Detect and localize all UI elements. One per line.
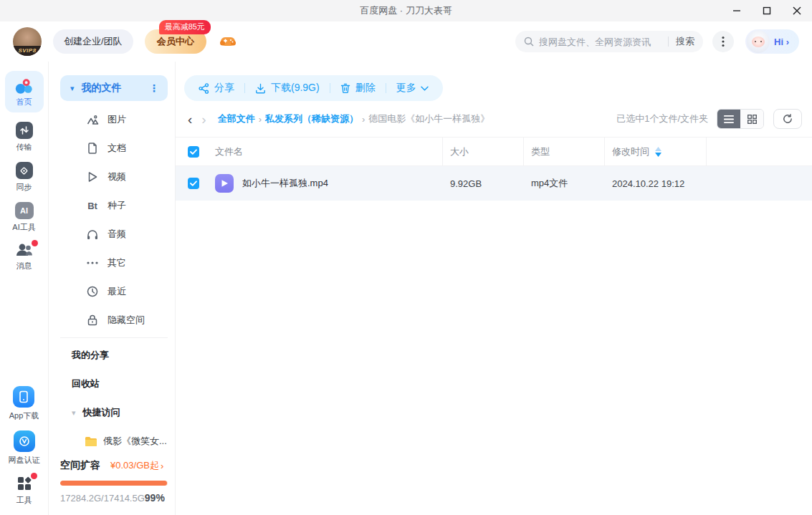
nav-forward-button[interactable]: ›: [201, 112, 206, 126]
more-actions-button[interactable]: 更多: [396, 82, 429, 95]
view-toggle: [717, 109, 764, 129]
file-name-cell[interactable]: 如小牛一样孤独.mp4: [203, 174, 443, 193]
refresh-button[interactable]: [773, 109, 802, 129]
grid-view-icon: [747, 115, 757, 124]
headphones-icon: [85, 229, 100, 240]
delete-button[interactable]: 删除: [340, 82, 376, 95]
maximize-button[interactable]: [752, 0, 782, 21]
rail-item-tools[interactable]: 工具: [16, 475, 33, 506]
sidebar-item-others[interactable]: 其它: [60, 249, 168, 277]
breadcrumb-current: 德国电影《如小牛一样孤独》: [368, 112, 489, 125]
my-files-menu-icon[interactable]: ⋮: [149, 82, 159, 94]
folder-icon: [85, 436, 97, 447]
sidebar-item-hidden-space[interactable]: 隐藏空间: [60, 306, 168, 334]
rail-label-messages: 消息: [16, 261, 32, 271]
rail-item-app-download[interactable]: App下载: [9, 386, 39, 421]
select-all-checkbox[interactable]: [188, 146, 199, 158]
sidebar-item-my-files[interactable]: ▾ 我的文件 ⋮: [60, 75, 168, 101]
close-icon: [793, 6, 801, 15]
check-icon: [190, 181, 197, 186]
search-icon: [524, 37, 534, 47]
rail-item-home[interactable]: 首页: [5, 71, 44, 112]
action-toolbar: 分享 下载(9.9G) 删除: [184, 75, 443, 101]
app-download-icon: [13, 386, 34, 408]
minimize-button[interactable]: [722, 0, 752, 21]
maximize-icon: [763, 6, 771, 15]
sidebar-item-my-shares[interactable]: 我的分享: [60, 341, 168, 370]
my-files-label: 我的文件: [82, 82, 149, 95]
games-button[interactable]: [219, 34, 237, 49]
user-avatar: [747, 30, 770, 53]
sidebar-item-quick-folder[interactable]: 俄影《微笑女...: [60, 427, 168, 456]
vertical-dots-icon: [722, 36, 725, 47]
create-team-button[interactable]: 创建企业/团队: [53, 29, 133, 54]
category-list: 图片 文档 视频 Bt 种子: [60, 105, 168, 334]
space-expand-button[interactable]: 空间扩容 ¥0.03/GB起 ›: [60, 459, 168, 472]
bt-icon: Bt: [85, 201, 100, 211]
breadcrumb-series-folder[interactable]: 私发系列（稀缺资源）: [265, 112, 358, 125]
rail-item-ai-tools[interactable]: AI AI工具: [12, 202, 35, 233]
breadcrumb-separator: ›: [259, 114, 262, 125]
video-file-icon: [215, 174, 234, 193]
rail-item-transfer[interactable]: 传输: [16, 122, 33, 153]
grid-view-button[interactable]: [740, 110, 763, 128]
nav-back-button[interactable]: ‹: [188, 112, 192, 126]
share-button[interactable]: 分享: [199, 82, 234, 95]
video-play-icon: [85, 171, 100, 183]
selection-status: 已选中1个文件/文件夹: [616, 112, 708, 125]
baidu-netdisk-window: 百度网盘 · 刀刀大表哥 SVIP8 创建企业/团队 会员中心 最高减85元: [0, 0, 812, 515]
rail-item-cert[interactable]: 网盘认证: [9, 430, 40, 466]
play-icon: [221, 179, 229, 188]
rail-item-messages[interactable]: 消息: [15, 242, 34, 271]
column-header-filename[interactable]: 文件名: [203, 138, 443, 165]
sort-toggle[interactable]: [655, 147, 661, 157]
vip-center-button[interactable]: 会员中心 最高减85元: [145, 29, 206, 54]
vip-center-label: 会员中心: [157, 36, 194, 47]
sidebar-item-torrents[interactable]: Bt 种子: [60, 191, 168, 220]
row-checkbox[interactable]: [188, 178, 199, 189]
sidebar-item-audio[interactable]: 音频: [60, 220, 168, 249]
tools-notification-dot: [31, 473, 37, 479]
app-body: 首页 传输 同步 AI AI工具: [0, 62, 812, 515]
download-button[interactable]: 下载(9.9G): [255, 82, 320, 95]
search-button[interactable]: 搜索: [676, 35, 694, 48]
sort-down-icon: [655, 153, 661, 157]
sidebar-item-pictures[interactable]: 图片: [60, 105, 168, 134]
user-profile-button[interactable]: Hi ›: [745, 29, 799, 54]
trash-icon: [340, 83, 350, 94]
table-header: 文件名 大小 类型 修改时间: [176, 137, 812, 166]
left-rail: 首页 传输 同步 AI AI工具: [0, 62, 49, 515]
chevron-down-icon: [421, 86, 429, 91]
more-menu-button[interactable]: [712, 31, 734, 52]
window-title: 百度网盘 · 刀刀大表哥: [0, 4, 812, 17]
rail-item-sync[interactable]: 同步: [16, 162, 33, 193]
list-view-icon: [724, 115, 734, 123]
column-header-type[interactable]: 类型: [524, 138, 605, 165]
breadcrumb-row: ‹ › 全部文件 › 私发系列（稀缺资源） › 德国电影《如小牛一样孤独》 已选…: [176, 101, 812, 137]
breadcrumb-all-files[interactable]: 全部文件: [218, 112, 255, 125]
ai-tools-icon: AI: [15, 202, 34, 219]
sidebar-item-recycle-bin[interactable]: 回收站: [60, 370, 168, 398]
column-header-modified[interactable]: 修改时间: [605, 138, 707, 165]
transfer-icon: [16, 122, 33, 139]
table-row[interactable]: 如小牛一样孤独.mp4 9.92GB mp4文件 2024.10.22 19:1…: [176, 166, 812, 201]
close-button[interactable]: [782, 0, 812, 21]
picture-icon: [85, 115, 100, 125]
breadcrumb-separator: ›: [362, 114, 365, 125]
caret-down-icon: ▾: [70, 84, 75, 93]
sidebar-item-videos[interactable]: 视频: [60, 163, 168, 191]
storage-usage: 17284.2G/17414.5G99%: [60, 492, 168, 504]
sidebar: ▾ 我的文件 ⋮ 图片 文档: [49, 62, 176, 515]
search-input[interactable]: [539, 37, 661, 47]
column-header-size[interactable]: 大小: [443, 138, 524, 165]
storage-progress-bar: [60, 481, 168, 486]
account-avatar[interactable]: SVIP8: [13, 27, 42, 56]
rail-label-transfer: 传输: [16, 142, 32, 153]
vip-discount-badge: 最高减85元: [159, 20, 211, 34]
sidebar-divider: [60, 337, 168, 338]
sidebar-item-documents[interactable]: 文档: [60, 134, 168, 163]
list-view-button[interactable]: [717, 110, 740, 128]
lock-icon: [85, 314, 100, 326]
sidebar-section-quick-access[interactable]: ▾ 快捷访问: [60, 398, 168, 427]
sidebar-item-recent[interactable]: 最近: [60, 277, 168, 306]
